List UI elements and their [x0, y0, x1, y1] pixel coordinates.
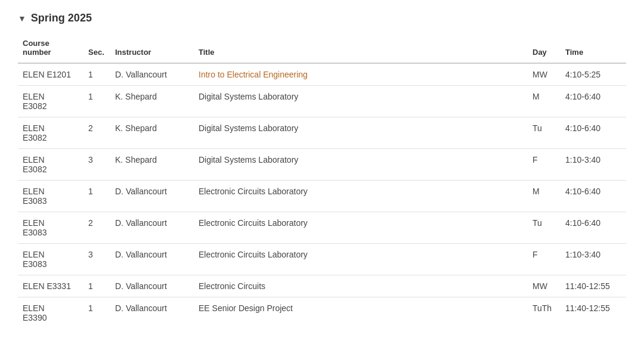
- cell-course-number: ELENE3083: [18, 181, 83, 212]
- table-header-row: Course number Sec. Instructor Title Day …: [18, 35, 626, 63]
- cell-course-number: ELENE3082: [18, 86, 83, 117]
- cell-sec: 2: [83, 212, 110, 244]
- cell-sec: 1: [83, 275, 110, 297]
- chevron-down-icon: ▼: [18, 14, 26, 23]
- table-row: ELENE30823K. ShepardDigital Systems Labo…: [18, 149, 626, 181]
- cell-sec: 3: [83, 244, 110, 275]
- cell-time: 4:10-6:40: [561, 86, 626, 117]
- header-day: Day: [528, 35, 561, 63]
- cell-title: EE Senior Design Project: [194, 297, 528, 329]
- cell-instructor: K. Shepard: [110, 117, 194, 149]
- cell-time: 11:40-12:55: [561, 275, 626, 297]
- cell-instructor: D. Vallancourt: [110, 244, 194, 275]
- table-row: ELENE30831D. VallancourtElectronic Circu…: [18, 181, 626, 212]
- header-sec: Sec.: [83, 35, 110, 63]
- cell-instructor: K. Shepard: [110, 149, 194, 181]
- table-row: ELENE30821K. ShepardDigital Systems Labo…: [18, 86, 626, 117]
- cell-course-number: ELENE3083: [18, 212, 83, 244]
- cell-course-number: ELEN E1201: [18, 63, 83, 86]
- cell-instructor: D. Vallancourt: [110, 63, 194, 86]
- cell-time: 1:10-3:40: [561, 149, 626, 181]
- table-row: ELEN E12011D. VallancourtIntro to Electr…: [18, 63, 626, 86]
- table-row: ELENE33901D. VallancourtEE Senior Design…: [18, 297, 626, 329]
- cell-course-number: ELENE3082: [18, 117, 83, 149]
- cell-day: F: [528, 149, 561, 181]
- cell-day: MW: [528, 63, 561, 86]
- cell-time: 4:10-6:40: [561, 212, 626, 244]
- cell-day: M: [528, 86, 561, 117]
- cell-day: Tu: [528, 212, 561, 244]
- semester-header: ▼ Spring 2025: [18, 12, 626, 24]
- cell-time: 11:40-12:55: [561, 297, 626, 329]
- cell-instructor: D. Vallancourt: [110, 297, 194, 329]
- cell-time: 4:10-5:25: [561, 63, 626, 86]
- cell-day: MW: [528, 275, 561, 297]
- cell-title[interactable]: Intro to Electrical Engineering: [194, 63, 528, 86]
- cell-course-number: ELEN E3331: [18, 275, 83, 297]
- cell-course-number: ELENE3082: [18, 149, 83, 181]
- header-title: Title: [194, 35, 528, 63]
- cell-time: 4:10-6:40: [561, 117, 626, 149]
- cell-day: F: [528, 244, 561, 275]
- header-time: Time: [561, 35, 626, 63]
- table-row: ELEN E33311D. VallancourtElectronic Circ…: [18, 275, 626, 297]
- cell-instructor: K. Shepard: [110, 86, 194, 117]
- cell-title: Electronic Circuits: [194, 275, 528, 297]
- course-table: Course number Sec. Instructor Title Day …: [18, 35, 626, 328]
- cell-time: 4:10-6:40: [561, 181, 626, 212]
- cell-sec: 1: [83, 63, 110, 86]
- cell-instructor: D. Vallancourt: [110, 275, 194, 297]
- cell-instructor: D. Vallancourt: [110, 212, 194, 244]
- cell-sec: 3: [83, 149, 110, 181]
- cell-sec: 1: [83, 86, 110, 117]
- cell-title: Digital Systems Laboratory: [194, 117, 528, 149]
- cell-sec: 2: [83, 117, 110, 149]
- semester-label: Spring 2025: [31, 12, 92, 24]
- cell-instructor: D. Vallancourt: [110, 181, 194, 212]
- cell-day: TuTh: [528, 297, 561, 329]
- title-link[interactable]: Intro to Electrical Engineering: [199, 70, 308, 79]
- cell-course-number: ELENE3083: [18, 244, 83, 275]
- header-instructor: Instructor: [110, 35, 194, 63]
- cell-time: 1:10-3:40: [561, 244, 626, 275]
- cell-title: Digital Systems Laboratory: [194, 149, 528, 181]
- cell-sec: 1: [83, 181, 110, 212]
- table-row: ELENE30822K. ShepardDigital Systems Labo…: [18, 117, 626, 149]
- cell-title: Electronic Circuits Laboratory: [194, 244, 528, 275]
- cell-title: Digital Systems Laboratory: [194, 86, 528, 117]
- cell-title: Electronic Circuits Laboratory: [194, 181, 528, 212]
- cell-sec: 1: [83, 297, 110, 329]
- cell-day: M: [528, 181, 561, 212]
- cell-day: Tu: [528, 117, 561, 149]
- header-course-number: Course number: [18, 35, 83, 63]
- cell-course-number: ELENE3390: [18, 297, 83, 329]
- table-row: ELENE30832D. VallancourtElectronic Circu…: [18, 212, 626, 244]
- cell-title: Electronic Circuits Laboratory: [194, 212, 528, 244]
- table-row: ELENE30833D. VallancourtElectronic Circu…: [18, 244, 626, 275]
